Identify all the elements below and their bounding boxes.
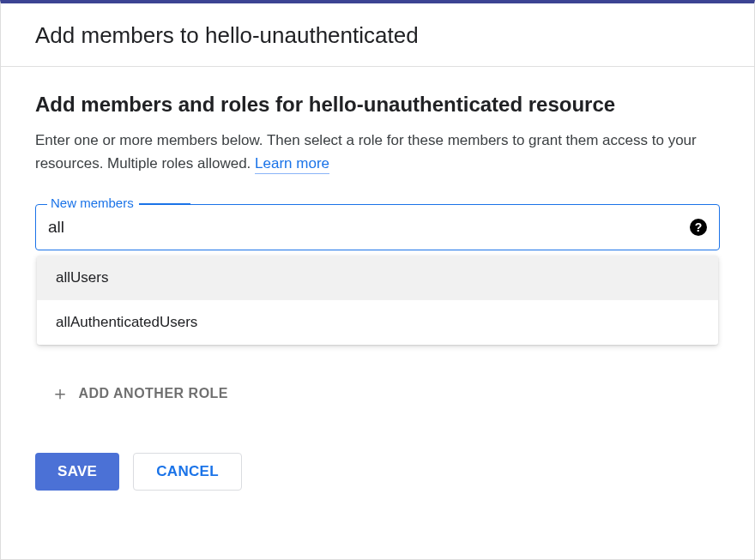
suggestion-item-allusers[interactable]: allUsers [37,256,718,300]
plus-icon: ＋ [51,384,70,403]
learn-more-link[interactable]: Learn more [255,155,329,174]
panel-header: Add members to hello-unauthenticated [1,3,754,67]
panel-title: Add members to hello-unauthenticated [35,22,720,49]
save-button[interactable]: SAVE [35,453,119,491]
action-bar: SAVE CANCEL [35,453,720,491]
panel-content: Add members and roles for hello-unauthen… [1,67,754,508]
section-heading: Add members and roles for hello-unauthen… [35,93,720,117]
cancel-button[interactable]: CANCEL [133,453,242,491]
new-members-input-row[interactable]: ? [35,204,720,250]
new-members-input[interactable] [48,218,690,237]
new-members-field: New members ? allUsers allAuthenticatedU… [35,204,720,345]
suggestion-item-allauthenticatedusers[interactable]: allAuthenticatedUsers [37,300,718,345]
new-members-label: New members [47,196,139,210]
help-icon[interactable]: ? [690,219,707,236]
section-description: Enter one or more members below. Then se… [35,129,720,175]
add-another-role-label: Add Another Role [79,386,229,401]
suggestions-dropdown: allUsers allAuthenticatedUsers [37,256,718,345]
section-description-text: Enter one or more members below. Then se… [35,132,697,172]
add-another-role-button[interactable]: ＋ Add Another Role [35,384,228,403]
